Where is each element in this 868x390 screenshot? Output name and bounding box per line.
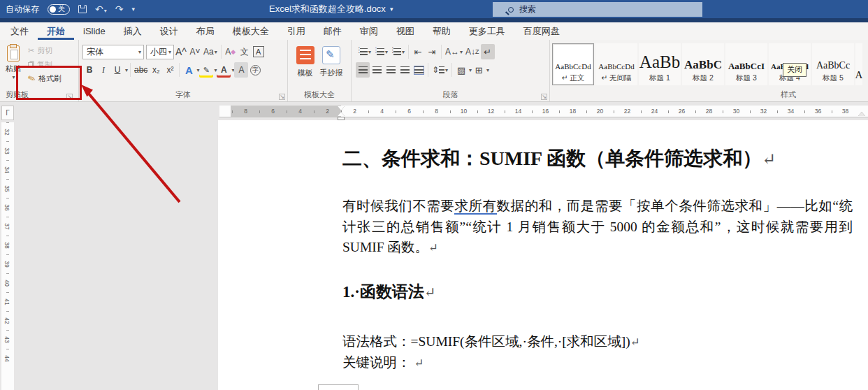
line-spacing-button[interactable]: ⇕▾ <box>431 62 449 78</box>
vruler-number: 34 <box>1 160 14 179</box>
highlight-color-button[interactable]: ✎ <box>199 62 213 78</box>
distribute-button[interactable] <box>412 62 426 78</box>
grow-font-button[interactable]: A^ <box>174 44 188 59</box>
customize-qat-icon[interactable]: ▾ <box>131 6 135 13</box>
vruler-number: 35 <box>1 179 14 198</box>
ribbon-tab[interactable]: iSlide <box>74 22 115 40</box>
doc-subheading[interactable]: 1.·函数语法↵ <box>342 281 435 303</box>
font-size-select[interactable]: 小四▾ <box>146 45 174 59</box>
increase-indent-button[interactable]: ⇥ <box>425 44 439 59</box>
tab-selector[interactable]: Γ <box>1 106 14 120</box>
ribbon-tab[interactable]: 设计 <box>151 22 187 40</box>
vruler-number: 43 <box>1 330 14 349</box>
justify-button[interactable] <box>398 62 412 78</box>
text-effects-button[interactable]: A <box>182 62 196 78</box>
ribbon-tab[interactable]: 插入 <box>115 22 151 40</box>
style-card[interactable]: AaBbCcDd ↵ 无间隔 <box>595 43 637 85</box>
hruler-number: 30 <box>723 106 750 117</box>
style-card[interactable]: AaBbC 标题 2 <box>682 43 724 85</box>
ribbon-tab[interactable]: 引用 <box>278 22 314 40</box>
ribbon-tab[interactable]: 百度网盘 <box>514 22 569 40</box>
align-center-icon <box>372 66 382 74</box>
first-line-indent-icon[interactable] <box>338 106 345 110</box>
style-card[interactable]: A <box>855 43 862 85</box>
doc-syntax-block[interactable]: 语法格式：=SUMIF(条件区域,·条件,·[求和区域])↵ 关键说明： ↵ <box>342 331 640 373</box>
paragraph-group-label: 段落 <box>352 89 549 100</box>
vertical-ruler[interactable]: 32333435363738394041424344 <box>1 122 14 390</box>
align-right-button[interactable] <box>384 62 398 78</box>
vruler-number: 44 <box>1 349 14 368</box>
hruler-number: 28 <box>695 106 723 117</box>
font-color-button[interactable]: A <box>217 62 231 78</box>
superscript-button[interactable]: x² <box>163 62 177 78</box>
hruler-number: 36 <box>804 106 832 117</box>
right-indent-icon[interactable] <box>858 112 865 116</box>
hruler-number: 10 <box>450 106 477 117</box>
poster-pencil-icon <box>322 46 340 64</box>
font-name-select[interactable]: 宋体▾ <box>82 45 144 59</box>
ribbon-tab[interactable]: 开始 <box>38 22 74 40</box>
ribbon-tab[interactable]: 布局 <box>187 22 224 40</box>
clear-formatting-button[interactable]: A◆ <box>224 44 238 59</box>
hruler-number: 12 <box>477 106 505 117</box>
subscript-button[interactable]: x₂ <box>149 62 163 78</box>
align-center-button[interactable] <box>370 62 384 78</box>
vruler-number: 32 <box>1 122 14 141</box>
doc-paragraph[interactable]: 有时候我们不需要求所有数据的和，而是需要「按单个条件筛选求和」——比如“统计张三… <box>342 196 853 259</box>
left-indent-box-icon[interactable] <box>338 117 345 120</box>
bold-button[interactable]: B <box>82 62 96 78</box>
style-card[interactable]: AaBbCcDd ↵ 正文 <box>552 43 594 85</box>
style-card[interactable]: AaBb 标题 1 <box>639 43 681 85</box>
hanging-indent-icon[interactable] <box>338 112 345 116</box>
doc-heading[interactable]: 二、条件求和：SUMIF 函数（单条件筛选求和）↵ <box>342 145 776 172</box>
search-input[interactable]: 搜索 <box>493 2 702 17</box>
paragraph-dialog-launcher[interactable]: ↘ <box>541 94 547 100</box>
enclose-characters-button[interactable]: 字 <box>248 62 262 78</box>
ribbon-tab[interactable]: 邮件 <box>314 22 351 40</box>
redo-icon[interactable]: ↷ <box>115 4 124 14</box>
ribbon-tab[interactable]: 模板大全 <box>224 22 278 40</box>
ribbon-tab[interactable]: 审阅 <box>351 22 387 40</box>
ribbon-tab[interactable]: 更多工具 <box>460 22 514 40</box>
multilevel-list-button[interactable]: ▾ <box>389 44 406 59</box>
shrink-font-button[interactable]: A˅ <box>188 44 202 59</box>
save-icon[interactable] <box>78 5 87 13</box>
asian-layout-button[interactable]: A↔▾ <box>444 44 464 59</box>
horizontal-ruler[interactable]: 8642 2468101214161820222426283032343638 <box>219 106 868 117</box>
font-dialog-launcher[interactable]: ↘ <box>279 94 285 100</box>
autosave-toggle[interactable]: 关 <box>48 4 70 15</box>
font-group-label: 字体 <box>79 89 287 100</box>
numbered-list-button[interactable]: ▾ <box>372 44 389 59</box>
bullet-list-button[interactable]: ▾ <box>356 44 372 59</box>
styles-gallery: AaBbCcDd ↵ 正文 AaBbCcDd ↵ 无间隔 AaBb 标题 1 <box>550 43 868 88</box>
search-icon <box>508 7 514 13</box>
hruler-number: 4 <box>287 106 314 117</box>
character-shading-button[interactable]: A <box>234 62 248 78</box>
decrease-indent-button[interactable]: ⇤ <box>411 44 425 59</box>
align-left-icon <box>359 66 368 74</box>
ribbon-tab[interactable]: 帮助 <box>424 22 460 40</box>
document-title[interactable]: Excel求和函数超全攻略.docx ▾ <box>269 0 393 18</box>
indent-markers[interactable] <box>337 106 345 117</box>
underline-button[interactable]: U <box>110 62 124 78</box>
style-card[interactable]: AaBbCcI 标题 3 <box>725 43 767 85</box>
phonetic-guide-button[interactable]: 文 <box>238 44 252 59</box>
align-left-button[interactable] <box>356 62 370 78</box>
borders-button[interactable]: ⊞ <box>472 62 486 78</box>
undo-icon[interactable]: ↶▾ <box>95 4 107 14</box>
sort-button[interactable]: A↓Z <box>464 44 481 59</box>
distribute-icon <box>414 66 424 74</box>
style-card[interactable]: AaBbCc 标题 5 <box>812 43 854 85</box>
change-case-button[interactable]: Aa▾ <box>202 44 219 59</box>
title-dropdown-icon: ▾ <box>390 6 393 13</box>
character-border-button[interactable]: A <box>252 44 266 59</box>
cut-button[interactable]: ✂剪切 <box>28 45 62 56</box>
styles-group-label: 样式 <box>781 89 796 100</box>
italic-button[interactable]: I <box>96 62 110 78</box>
show-hide-marks-button[interactable]: ↵ <box>481 44 495 59</box>
ribbon-tab[interactable]: 视图 <box>387 22 424 40</box>
shading-button[interactable]: ▨ <box>454 62 468 78</box>
ribbon-tab[interactable]: 文件 <box>1 22 38 40</box>
strikethrough-button[interactable]: abc <box>133 62 149 78</box>
vruler-number: 38 <box>1 236 14 254</box>
